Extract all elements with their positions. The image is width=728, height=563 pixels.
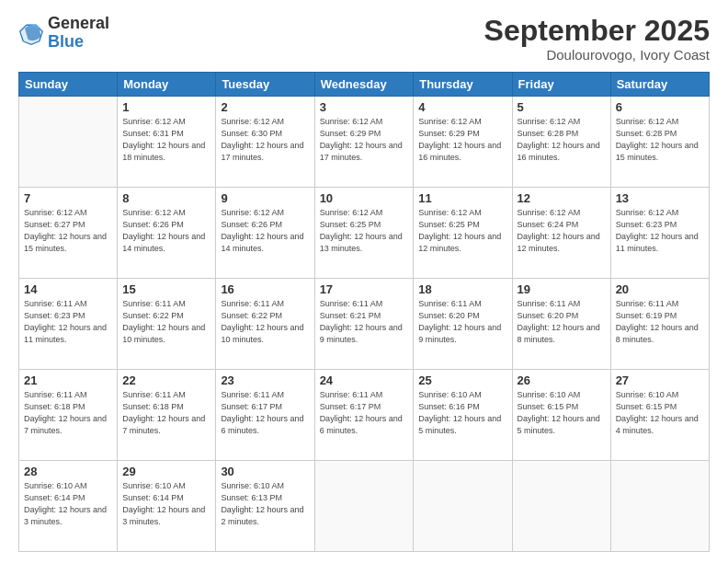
day-info: Sunrise: 6:12 AM Sunset: 6:28 PM Dayligh… [518, 116, 606, 164]
day-info: Sunrise: 6:12 AM Sunset: 6:27 PM Dayligh… [24, 207, 112, 255]
logo-general-text: General [48, 15, 109, 33]
calendar-cell: 15Sunrise: 6:11 AM Sunset: 6:22 PM Dayli… [118, 279, 216, 370]
day-info: Sunrise: 6:11 AM Sunset: 6:17 PM Dayligh… [320, 389, 409, 437]
day-number: 28 [24, 465, 112, 478]
day-info: Sunrise: 6:12 AM Sunset: 6:26 PM Dayligh… [122, 207, 210, 255]
calendar-week-4: 21Sunrise: 6:11 AM Sunset: 6:18 PM Dayli… [19, 370, 710, 461]
day-info: Sunrise: 6:11 AM Sunset: 6:20 PM Dayligh… [518, 298, 606, 346]
calendar-cell: 3Sunrise: 6:12 AM Sunset: 6:29 PM Daylig… [314, 97, 414, 188]
day-number: 29 [122, 465, 210, 478]
day-info: Sunrise: 6:11 AM Sunset: 6:23 PM Dayligh… [24, 298, 112, 346]
logo: General Blue [18, 15, 109, 52]
day-number: 23 [221, 373, 309, 387]
day-number: 12 [518, 191, 606, 205]
day-info: Sunrise: 6:11 AM Sunset: 6:22 PM Dayligh… [221, 298, 309, 346]
day-number: 26 [518, 373, 606, 387]
calendar-week-5: 28Sunrise: 6:10 AM Sunset: 6:14 PM Dayli… [19, 461, 710, 552]
header-day-sunday: Sunday [19, 73, 118, 97]
day-number: 1 [122, 100, 210, 114]
day-number: 24 [320, 373, 409, 387]
calendar-cell: 26Sunrise: 6:10 AM Sunset: 6:15 PM Dayli… [512, 370, 610, 461]
day-info: Sunrise: 6:12 AM Sunset: 6:28 PM Dayligh… [616, 116, 704, 164]
header-day-saturday: Saturday [610, 73, 709, 97]
day-info: Sunrise: 6:12 AM Sunset: 6:31 PM Dayligh… [122, 116, 210, 164]
calendar-cell: 27Sunrise: 6:10 AM Sunset: 6:15 PM Dayli… [610, 370, 709, 461]
day-info: Sunrise: 6:11 AM Sunset: 6:18 PM Dayligh… [122, 389, 210, 437]
calendar-cell: 6Sunrise: 6:12 AM Sunset: 6:28 PM Daylig… [610, 97, 709, 188]
calendar-cell [512, 461, 610, 552]
day-info: Sunrise: 6:10 AM Sunset: 6:15 PM Dayligh… [616, 389, 704, 437]
calendar-body: 1Sunrise: 6:12 AM Sunset: 6:31 PM Daylig… [19, 97, 710, 552]
header-day-friday: Friday [512, 73, 610, 97]
day-info: Sunrise: 6:11 AM Sunset: 6:18 PM Dayligh… [24, 389, 112, 437]
calendar-cell: 22Sunrise: 6:11 AM Sunset: 6:18 PM Dayli… [118, 370, 216, 461]
calendar-cell: 30Sunrise: 6:10 AM Sunset: 6:13 PM Dayli… [216, 461, 314, 552]
header-day-monday: Monday [118, 73, 216, 97]
calendar-cell: 24Sunrise: 6:11 AM Sunset: 6:17 PM Dayli… [314, 370, 414, 461]
day-number: 9 [221, 191, 309, 205]
calendar-cell: 2Sunrise: 6:12 AM Sunset: 6:30 PM Daylig… [216, 97, 314, 188]
calendar-cell: 19Sunrise: 6:11 AM Sunset: 6:20 PM Dayli… [512, 279, 610, 370]
header-row: SundayMondayTuesdayWednesdayThursdayFrid… [19, 73, 710, 97]
day-number: 10 [320, 191, 409, 205]
page: General Blue September 2025 Doulourovogo… [0, 0, 728, 563]
day-info: Sunrise: 6:10 AM Sunset: 6:16 PM Dayligh… [418, 389, 506, 437]
day-number: 4 [418, 100, 506, 114]
header-day-wednesday: Wednesday [314, 73, 414, 97]
calendar-cell: 1Sunrise: 6:12 AM Sunset: 6:31 PM Daylig… [118, 97, 216, 188]
calendar-header: SundayMondayTuesdayWednesdayThursdayFrid… [19, 73, 710, 97]
calendar-cell: 7Sunrise: 6:12 AM Sunset: 6:27 PM Daylig… [19, 188, 118, 279]
calendar-cell: 18Sunrise: 6:11 AM Sunset: 6:20 PM Dayli… [414, 279, 512, 370]
day-number: 6 [616, 100, 704, 114]
day-info: Sunrise: 6:12 AM Sunset: 6:29 PM Dayligh… [418, 116, 506, 164]
day-number: 18 [418, 282, 506, 296]
day-info: Sunrise: 6:11 AM Sunset: 6:21 PM Dayligh… [320, 298, 409, 346]
calendar-cell: 5Sunrise: 6:12 AM Sunset: 6:28 PM Daylig… [512, 97, 610, 188]
logo-icon [18, 20, 44, 46]
header: General Blue September 2025 Doulourovogo… [18, 15, 710, 63]
day-info: Sunrise: 6:10 AM Sunset: 6:15 PM Dayligh… [518, 389, 606, 437]
header-day-tuesday: Tuesday [216, 73, 314, 97]
title-block: September 2025 Doulourovogo, Ivory Coast [484, 15, 710, 63]
day-number: 27 [616, 373, 704, 387]
header-day-thursday: Thursday [414, 73, 512, 97]
day-number: 8 [122, 191, 210, 205]
calendar-cell: 4Sunrise: 6:12 AM Sunset: 6:29 PM Daylig… [414, 97, 512, 188]
day-info: Sunrise: 6:12 AM Sunset: 6:25 PM Dayligh… [320, 207, 409, 255]
day-number: 19 [518, 282, 606, 296]
day-info: Sunrise: 6:10 AM Sunset: 6:13 PM Dayligh… [221, 480, 309, 528]
logo-blue-text: Blue [48, 33, 109, 52]
month-title: September 2025 [484, 15, 710, 47]
day-number: 30 [221, 465, 309, 478]
day-info: Sunrise: 6:12 AM Sunset: 6:24 PM Dayligh… [518, 207, 606, 255]
calendar-week-3: 14Sunrise: 6:11 AM Sunset: 6:23 PM Dayli… [19, 279, 710, 370]
day-info: Sunrise: 6:11 AM Sunset: 6:22 PM Dayligh… [122, 298, 210, 346]
calendar-cell: 12Sunrise: 6:12 AM Sunset: 6:24 PM Dayli… [512, 188, 610, 279]
day-number: 3 [320, 100, 409, 114]
calendar-table: SundayMondayTuesdayWednesdayThursdayFrid… [18, 72, 710, 552]
day-info: Sunrise: 6:12 AM Sunset: 6:29 PM Dayligh… [320, 116, 409, 164]
calendar-cell: 29Sunrise: 6:10 AM Sunset: 6:14 PM Dayli… [118, 461, 216, 552]
calendar-cell: 14Sunrise: 6:11 AM Sunset: 6:23 PM Dayli… [19, 279, 118, 370]
calendar-cell: 20Sunrise: 6:11 AM Sunset: 6:19 PM Dayli… [610, 279, 709, 370]
day-number: 7 [24, 191, 112, 205]
calendar-week-1: 1Sunrise: 6:12 AM Sunset: 6:31 PM Daylig… [19, 97, 710, 188]
day-info: Sunrise: 6:12 AM Sunset: 6:26 PM Dayligh… [221, 207, 309, 255]
day-info: Sunrise: 6:10 AM Sunset: 6:14 PM Dayligh… [122, 480, 210, 528]
day-number: 21 [24, 373, 112, 387]
calendar-week-2: 7Sunrise: 6:12 AM Sunset: 6:27 PM Daylig… [19, 188, 710, 279]
day-number: 14 [24, 282, 112, 296]
day-number: 16 [221, 282, 309, 296]
calendar-cell [610, 461, 709, 552]
calendar-cell: 25Sunrise: 6:10 AM Sunset: 6:16 PM Dayli… [414, 370, 512, 461]
day-info: Sunrise: 6:12 AM Sunset: 6:23 PM Dayligh… [616, 207, 704, 255]
calendar-cell: 8Sunrise: 6:12 AM Sunset: 6:26 PM Daylig… [118, 188, 216, 279]
day-info: Sunrise: 6:12 AM Sunset: 6:30 PM Dayligh… [221, 116, 309, 164]
day-number: 2 [221, 100, 309, 114]
day-number: 11 [418, 191, 506, 205]
calendar-cell: 11Sunrise: 6:12 AM Sunset: 6:25 PM Dayli… [414, 188, 512, 279]
calendar-cell: 21Sunrise: 6:11 AM Sunset: 6:18 PM Dayli… [19, 370, 118, 461]
calendar-cell: 9Sunrise: 6:12 AM Sunset: 6:26 PM Daylig… [216, 188, 314, 279]
calendar-cell: 23Sunrise: 6:11 AM Sunset: 6:17 PM Dayli… [216, 370, 314, 461]
calendar-cell: 13Sunrise: 6:12 AM Sunset: 6:23 PM Dayli… [610, 188, 709, 279]
